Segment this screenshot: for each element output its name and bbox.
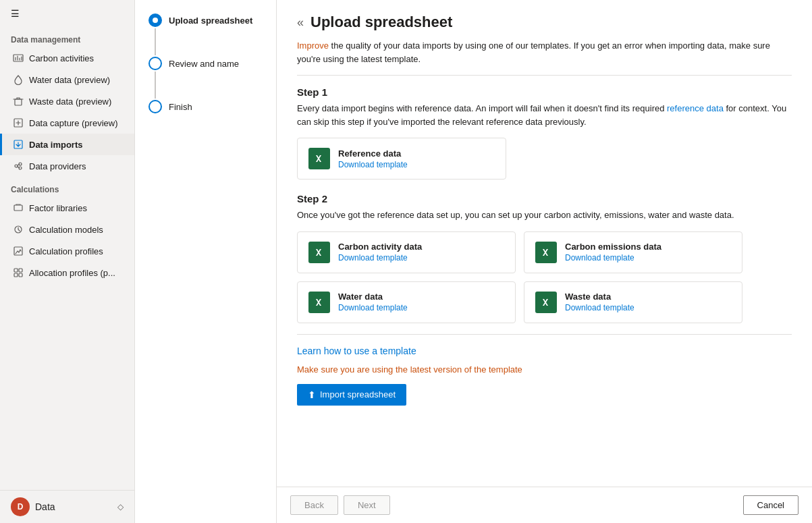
- info-text: the quality of your data imports by usin…: [297, 40, 770, 64]
- wizard-line-1: [155, 28, 156, 55]
- svg-rect-1: [15, 99, 22, 105]
- sidebar-bottom[interactable]: D Data ◇: [0, 490, 134, 523]
- reference-data-download-link[interactable]: Download template: [338, 160, 408, 169]
- divider: [297, 334, 792, 335]
- sidebar-item-label: Calculation profiles: [29, 246, 103, 256]
- carbon-activity-title: Carbon activity data: [338, 242, 422, 252]
- waste-data-title: Waste data: [565, 292, 634, 302]
- excel-icon-water: [308, 292, 330, 313]
- waste-data-download-link[interactable]: Download template: [565, 303, 634, 312]
- sidebar-item-data-capture[interactable]: Data capture (preview): [0, 112, 134, 134]
- water-data-download-link[interactable]: Download template: [338, 303, 408, 312]
- reference-data-card[interactable]: Reference data Download template: [297, 138, 506, 180]
- svg-rect-10: [14, 269, 18, 272]
- learn-link[interactable]: Learn how to use a template: [297, 346, 416, 356]
- wizard-panel: Upload spreadsheet Review and name Finis…: [135, 0, 277, 523]
- excel-icon-waste: [535, 292, 557, 313]
- sidebar-item-label: Allocation profiles (p...: [29, 268, 115, 278]
- svg-rect-12: [14, 273, 18, 277]
- sidebar-item-calculation-profiles[interactable]: Calculation profiles: [0, 240, 134, 262]
- sidebar-item-label: Data imports: [29, 140, 82, 150]
- footer-left: Back Next: [290, 495, 390, 515]
- step2-description: Once you've got the reference data set u…: [297, 209, 792, 222]
- waste-data-card-text: Waste data Download template: [565, 292, 634, 312]
- waste-data-card[interactable]: Waste data Download template: [524, 281, 742, 323]
- back-chevron-icon[interactable]: «: [297, 16, 304, 30]
- wizard-circle-3: [148, 100, 162, 113]
- waste-icon: [13, 96, 24, 107]
- wizard-step-label-1: Upload spreadsheet: [169, 14, 252, 26]
- upload-icon: ⬆: [308, 389, 316, 400]
- back-button[interactable]: Back: [290, 495, 338, 515]
- footer: Back Next Cancel: [277, 487, 812, 523]
- sidebar-item-water-data[interactable]: Water data (preview): [0, 69, 134, 90]
- step2-section: Step 2 Once you've got the reference dat…: [297, 193, 792, 323]
- info-banner: Improve the quality of your data imports…: [297, 39, 792, 76]
- import-spreadsheet-button[interactable]: ⬆ Import spreadsheet: [297, 384, 406, 406]
- carbon-activity-card[interactable]: Carbon activity data Download template: [297, 231, 516, 273]
- warning-text: Make sure you are using the latest versi…: [297, 364, 792, 375]
- wizard-step-label-2: Review and name: [169, 57, 239, 69]
- main-content: « Upload spreadsheet Improve the quality…: [277, 0, 812, 523]
- carbon-activities-icon: [13, 53, 24, 63]
- reference-data-card-text: Reference data Download template: [338, 148, 408, 169]
- sidebar-item-waste-data[interactable]: Waste data (preview): [0, 90, 134, 112]
- sidebar-item-label: Data capture (preview): [29, 118, 118, 128]
- sidebar-item-data-providers[interactable]: Data providers: [0, 155, 134, 177]
- wizard-circle-1: [148, 13, 162, 27]
- sidebar-item-data-imports[interactable]: Data imports: [0, 134, 134, 155]
- factor-libraries-icon: [13, 202, 24, 213]
- sidebar-item-label: Carbon activities: [29, 53, 94, 63]
- data-providers-icon: [13, 161, 24, 171]
- step1-desc-link[interactable]: reference data: [667, 103, 724, 113]
- step2-cards-grid: Carbon activity data Download template C…: [297, 231, 742, 323]
- wizard-step-label-3: Finish: [169, 101, 192, 112]
- svg-point-14: [153, 18, 158, 23]
- carbon-emissions-card-text: Carbon emissions data Download template: [565, 242, 661, 263]
- water-icon: [13, 74, 24, 85]
- step2-heading: Step 2: [297, 193, 792, 204]
- water-data-card-text: Water data Download template: [338, 292, 408, 312]
- sidebar: ☰ Data management Carbon activities Wate…: [0, 0, 135, 523]
- sidebar-item-carbon-activities[interactable]: Carbon activities: [0, 47, 134, 69]
- data-imports-icon: [13, 139, 24, 150]
- avatar: D: [11, 497, 30, 516]
- data-capture-icon: [13, 117, 24, 128]
- step1-description: Every data import begins with reference …: [297, 102, 792, 128]
- wizard-step-2-col: [148, 57, 162, 100]
- sidebar-item-allocation-profiles[interactable]: Allocation profiles (p...: [0, 262, 134, 283]
- hamburger-icon: ☰: [11, 8, 20, 19]
- water-data-card[interactable]: Water data Download template: [297, 281, 516, 323]
- sidebar-item-label: Water data (preview): [29, 75, 110, 85]
- excel-icon-carbon-emissions: [535, 242, 557, 263]
- carbon-emissions-card[interactable]: Carbon emissions data Download template: [524, 231, 742, 273]
- svg-point-4: [15, 165, 18, 167]
- reference-data-title: Reference data: [338, 148, 408, 159]
- calculation-models-icon: [13, 224, 24, 235]
- user-label: Data: [35, 501, 55, 512]
- page-title: Upload spreadsheet: [310, 13, 452, 31]
- carbon-activity-card-text: Carbon activity data Download template: [338, 242, 422, 263]
- sidebar-item-calculation-models[interactable]: Calculation models: [0, 219, 134, 240]
- data-management-section: Data management: [0, 27, 134, 47]
- chevron-icon: ◇: [117, 502, 124, 512]
- sidebar-item-label: Data providers: [29, 161, 86, 171]
- svg-rect-7: [14, 205, 22, 211]
- carbon-emissions-title: Carbon emissions data: [565, 242, 661, 252]
- carbon-emissions-download-link[interactable]: Download template: [565, 253, 661, 263]
- hamburger-menu[interactable]: ☰: [0, 0, 134, 27]
- info-highlight: Improve: [297, 40, 329, 51]
- step1-section: Step 1 Every data import begins with ref…: [297, 86, 792, 180]
- sidebar-item-label: Factor libraries: [29, 203, 87, 213]
- cancel-button[interactable]: Cancel: [743, 495, 799, 515]
- calculations-section: Calculations: [0, 177, 134, 197]
- step1-desc-start: Every data import begins with reference …: [297, 103, 667, 113]
- sidebar-item-label: Waste data (preview): [29, 97, 111, 107]
- excel-icon-reference: [308, 148, 330, 169]
- content-area: « Upload spreadsheet Improve the quality…: [277, 0, 812, 487]
- carbon-activity-download-link[interactable]: Download template: [338, 253, 422, 263]
- page-header: « Upload spreadsheet: [297, 13, 792, 31]
- next-button[interactable]: Next: [344, 495, 390, 515]
- sidebar-item-factor-libraries[interactable]: Factor libraries: [0, 197, 134, 219]
- wizard-step-1-col: [148, 13, 162, 57]
